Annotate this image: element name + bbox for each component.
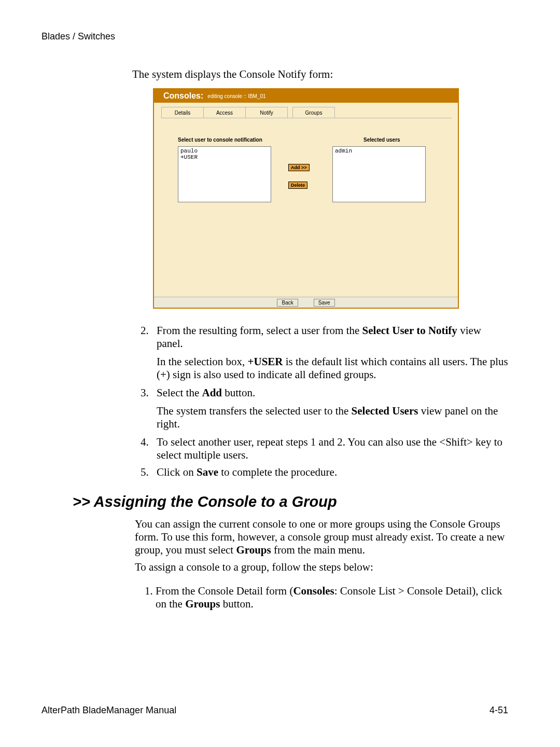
tab-access[interactable]: Access <box>203 107 246 118</box>
bottom-button-bar: Back Save <box>154 297 458 308</box>
tab-strip: Details Access Notify Groups <box>161 107 452 118</box>
save-button[interactable]: Save <box>314 299 335 307</box>
footer-left: AlterPath BladeManager Manual <box>41 705 176 716</box>
list-item[interactable]: admin <box>335 148 423 154</box>
page-footer: AlterPath BladeManager Manual 4-51 <box>41 705 508 716</box>
back-button[interactable]: Back <box>277 299 298 307</box>
console-notify-screenshot: Consoles: editing console :: IBM_01 Deta… <box>153 88 459 309</box>
footer-right: 4-51 <box>489 705 508 716</box>
assign-intro-paragraph: You can assign the current console to on… <box>135 518 508 557</box>
tab-groups[interactable]: Groups <box>292 107 335 118</box>
procedure-steps-1: From the resulting form, select a user f… <box>135 324 508 483</box>
screenshot-title: Consoles: <box>163 91 203 101</box>
form-area: Select user to console notification Sele… <box>161 118 452 289</box>
delete-button[interactable]: Delete <box>288 182 307 189</box>
selected-users-label: Selected users <box>363 137 400 143</box>
page-header: Blades / Switches <box>41 31 508 42</box>
list-item[interactable]: paulo <box>180 148 269 154</box>
available-users-label: Select user to console notification <box>178 137 262 143</box>
step-5: Click on Save to complete the procedure. <box>151 466 508 479</box>
step-2-detail: In the selection box, +USER is the defau… <box>157 355 508 381</box>
section-body: You can assign the current console to on… <box>135 514 508 621</box>
step-3-detail: The system transfers the selected user t… <box>157 405 508 431</box>
step-4: To select another user, repeat steps 1 a… <box>151 436 508 462</box>
selected-users-list[interactable]: admin <box>332 146 426 202</box>
tab-notify[interactable]: Notify <box>245 107 288 118</box>
add-button[interactable]: Add >> <box>288 164 310 171</box>
list-item[interactable]: +USER <box>180 154 269 160</box>
tab-details[interactable]: Details <box>161 107 204 118</box>
screenshot-subtitle: editing console :: IBM_01 <box>207 93 265 99</box>
screenshot-titlebar: Consoles: editing console :: IBM_01 <box>154 89 458 103</box>
assign-steps-intro: To assign a console to a group, follow t… <box>135 561 508 574</box>
section-heading: >> Assigning the Console to a Group <box>73 493 508 510</box>
intro-line: The system displays the Console Notify f… <box>132 68 508 81</box>
assign-step-1: From the Console Detail form (Consoles: … <box>156 585 508 611</box>
step-2: From the resulting form, select a user f… <box>151 324 508 381</box>
available-users-list[interactable]: paulo +USER <box>178 146 271 202</box>
step-3: Select the Add button. The system transf… <box>151 386 508 431</box>
